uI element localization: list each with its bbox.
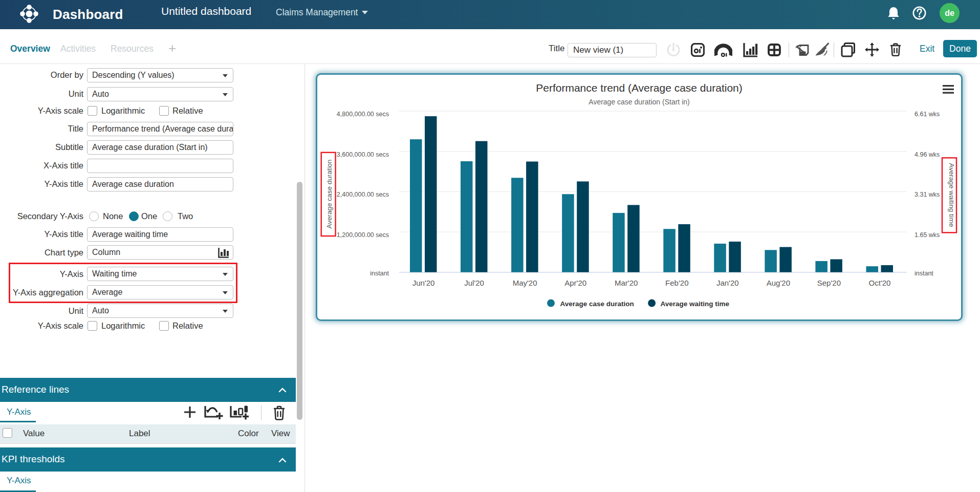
- svg-text:1,200,000.00 secs: 1,200,000.00 secs: [337, 231, 389, 239]
- svg-text:3,600,000.00 secs: 3,600,000.00 secs: [337, 151, 389, 158]
- svg-text:3.31 wks: 3.31 wks: [914, 191, 940, 198]
- svg-text:Average waiting time: Average waiting time: [948, 163, 955, 227]
- svg-text:4.96 wks: 4.96 wks: [914, 151, 940, 158]
- svg-text:Jan'20: Jan'20: [716, 279, 739, 287]
- svg-text:Average waiting time: Average waiting time: [660, 300, 729, 308]
- svg-text:Feb'20: Feb'20: [665, 279, 688, 287]
- svg-text:4,800,000.00 secs: 4,800,000.00 secs: [337, 111, 389, 118]
- svg-text:Aug'20: Aug'20: [767, 279, 790, 287]
- svg-text:Apr'20: Apr'20: [564, 279, 586, 287]
- svg-text:Average case duration: Average case duration: [560, 300, 634, 308]
- svg-text:1.65 wks: 1.65 wks: [914, 231, 940, 239]
- svg-text:Performance trend (Average cas: Performance trend (Average case duration…: [536, 82, 743, 94]
- svg-text:Sep'20: Sep'20: [817, 279, 841, 287]
- svg-text:Average case duration: Average case duration: [325, 160, 333, 229]
- svg-text:6.61 wks: 6.61 wks: [914, 111, 940, 118]
- svg-text:instant: instant: [370, 270, 389, 277]
- svg-text:May'20: May'20: [513, 279, 537, 287]
- svg-text:instant: instant: [914, 270, 933, 277]
- svg-text:Mar'20: Mar'20: [615, 279, 638, 287]
- svg-text:Oct'20: Oct'20: [869, 279, 891, 287]
- svg-text:Average case duration (Start i: Average case duration (Start in): [589, 98, 689, 106]
- svg-text:2,400,000.00 secs: 2,400,000.00 secs: [337, 191, 389, 198]
- svg-text:Jun'20: Jun'20: [412, 279, 435, 287]
- svg-text:Jul'20: Jul'20: [464, 279, 484, 287]
